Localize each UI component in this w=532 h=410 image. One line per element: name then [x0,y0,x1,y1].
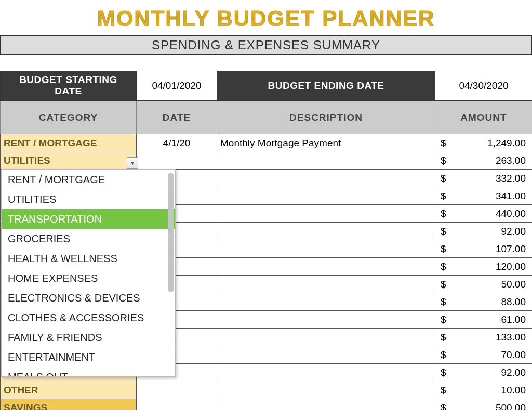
budget-start-date[interactable]: 04/01/2020 [137,71,217,101]
dropdown-item[interactable]: ELECTRONICS & DEVICES [2,288,175,308]
currency-symbol: $ [441,385,446,396]
amount-cell[interactable]: $88.00 [435,293,533,311]
dropdown-item[interactable]: CLOTHES & ACCESSORIES [2,308,175,327]
description-cell[interactable] [217,399,435,411]
budget-start-label: BUDGET STARTING DATE [1,71,137,101]
subtitle-bar: SPENDING & EXPENSES SUMMARY [0,35,532,55]
col-header-category: CATEGORY [1,101,137,134]
description-cell[interactable] [217,311,435,329]
dropdown-item[interactable]: RENT / MORTGAGE [2,170,175,189]
amount-cell[interactable]: $440.00 [435,205,533,223]
description-cell[interactable]: Monthly Mortgage Payment [217,134,435,152]
amount-value: 332.00 [441,173,526,184]
dropdown-item[interactable]: UTILITIES [2,189,175,209]
amount-value: 1,249.00 [441,138,526,149]
currency-symbol: $ [441,190,446,202]
amount-value: 50.00 [441,279,526,290]
dropdown-item[interactable]: ENTERTAINMENT [2,347,175,367]
category-cell[interactable]: SAVINGS [1,399,137,411]
description-cell[interactable] [217,381,435,399]
amount-cell[interactable]: $341.00 [435,187,533,205]
dropdown-item[interactable]: GROCERIES [2,229,175,249]
currency-symbol: $ [441,332,446,343]
category-cell[interactable]: RENT / MORTGAGE [1,134,137,152]
description-cell[interactable] [217,293,435,311]
amount-value: 341.00 [441,190,526,202]
amount-cell[interactable]: $92.00 [435,223,533,240]
amount-value: 500.00 [441,402,526,411]
dropdown-item[interactable]: HOME EXPENSES [2,268,175,288]
amount-value: 92.00 [441,367,526,378]
category-cell[interactable]: UTILITIES [1,152,137,170]
budget-dates-table: BUDGET STARTING DATE 04/01/2020 BUDGET E… [0,71,532,101]
currency-symbol: $ [441,208,446,220]
description-cell[interactable] [217,258,435,276]
date-cell[interactable]: 4/1/20 [137,134,217,152]
currency-symbol: $ [441,279,446,290]
date-cell[interactable] [137,399,217,411]
amount-cell[interactable]: $263.00 [435,152,533,170]
description-cell[interactable] [217,364,435,381]
table-row: OTHER$10.00 [1,381,533,399]
description-cell[interactable] [217,329,435,346]
description-cell[interactable] [217,152,435,170]
currency-symbol: $ [441,138,446,149]
amount-value: 440.00 [441,208,526,220]
dropdown-item[interactable]: TRANSPORTATION [2,209,175,229]
budget-end-date[interactable]: 04/30/2020 [435,71,533,101]
description-cell[interactable] [217,223,435,240]
currency-symbol: $ [441,243,446,255]
table-row: RENT / MORTGAGE4/1/20Monthly Mortgage Pa… [1,134,533,152]
amount-cell[interactable]: $50.00 [435,276,533,293]
budget-end-label: BUDGET ENDING DATE [217,71,435,101]
amount-value: 88.00 [441,296,526,308]
category-dropdown-panel: RENT / MORTGAGEUTILITIESTRANSPORTATIONGR… [1,169,176,377]
amount-value: 107.00 [441,243,526,255]
currency-symbol: $ [441,349,446,361]
dropdown-item[interactable]: MEALS OUT [2,367,175,377]
currency-symbol: $ [441,261,446,272]
currency-symbol: $ [441,173,446,184]
col-header-amount: AMOUNT [435,101,533,134]
amount-value: 263.00 [441,155,526,167]
amount-cell[interactable]: $10.00 [435,381,533,399]
description-cell[interactable] [217,170,435,187]
col-header-description: DESCRIPTION [217,101,435,134]
col-header-date: DATE [137,101,217,134]
amount-value: 92.00 [441,226,526,237]
currency-symbol: $ [441,296,446,308]
description-cell[interactable] [217,187,435,205]
amount-value: 120.00 [441,261,526,272]
currency-symbol: $ [441,226,446,237]
dropdown-item[interactable]: FAMILY & FRIENDS [2,327,175,347]
amount-cell[interactable]: $92.00 [435,364,533,381]
description-cell[interactable] [217,240,435,258]
amount-cell[interactable]: $70.00 [435,346,533,364]
dropdown-item[interactable]: HEALTH & WELLNESS [2,249,175,268]
currency-symbol: $ [441,402,446,411]
description-cell[interactable] [217,205,435,223]
amount-cell[interactable]: $61.00 [435,311,533,329]
table-row: UTILITIES$263.00 [1,152,533,170]
amount-cell[interactable]: $500.00 [435,399,533,411]
amount-value: 61.00 [441,314,526,325]
chevron-down-icon: ▼ [130,160,135,166]
description-cell[interactable] [217,346,435,364]
dropdown-scrollbar[interactable] [168,173,174,292]
dropdown-toggle-button[interactable]: ▼ [127,157,138,169]
amount-cell[interactable]: $332.00 [435,170,533,187]
date-cell[interactable] [137,152,217,170]
amount-value: 133.00 [441,332,526,343]
currency-symbol: $ [441,367,446,378]
currency-symbol: $ [441,155,446,167]
category-cell[interactable]: OTHER [1,381,137,399]
description-cell[interactable] [217,276,435,293]
currency-symbol: $ [441,314,446,325]
date-cell[interactable] [137,381,217,399]
amount-cell[interactable]: $107.00 [435,240,533,258]
page-title: MONTHLY BUDGET PLANNER [0,0,532,35]
amount-cell[interactable]: $1,249.00 [435,134,533,152]
amount-cell[interactable]: $120.00 [435,258,533,276]
amount-cell[interactable]: $133.00 [435,329,533,346]
amount-value: 10.00 [441,385,526,396]
